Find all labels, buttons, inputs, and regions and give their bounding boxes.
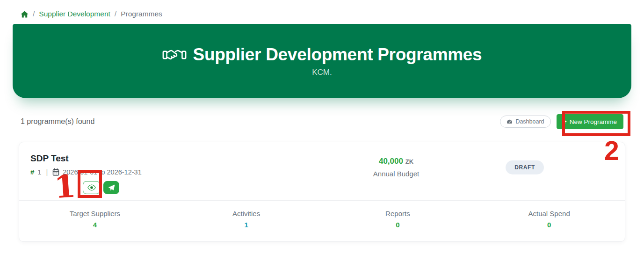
programme-info: SDP Test # 1 | 2026-01-01 to — [30, 153, 324, 194]
home-icon — [21, 11, 29, 18]
programme-id: 1 — [37, 168, 41, 176]
paper-plane-icon — [108, 184, 115, 191]
dashboard-icon — [507, 119, 513, 124]
new-programme-button[interactable]: + New Programme — [557, 114, 623, 129]
stat-value: 1 — [171, 221, 322, 229]
breadcrumb-programmes: Programmes — [121, 10, 162, 18]
calendar-icon — [52, 168, 59, 176]
stat-label: Reports — [322, 210, 474, 217]
stat-label: Target Suppliers — [19, 210, 171, 217]
stat-target-suppliers: Target Suppliers 4 — [19, 210, 171, 229]
hash-icon: # — [30, 168, 34, 176]
page-title: Supplier Development Programmes — [193, 45, 482, 65]
stat-value: 4 — [19, 221, 171, 229]
breadcrumb-supplier-development[interactable]: Supplier Development — [39, 10, 110, 18]
dashboard-button-label: Dashboard — [515, 118, 544, 125]
home-link[interactable] — [21, 11, 29, 18]
results-count: 1 programme(s) found — [21, 117, 500, 126]
stat-activities: Activities 1 — [171, 210, 322, 229]
programme-name: SDP Test — [30, 153, 324, 164]
budget-line: 40,000 ZK — [340, 157, 452, 166]
programme-card: SDP Test # 1 | 2026-01-01 to — [19, 142, 625, 242]
status-badge: DRAFT — [506, 160, 544, 174]
eye-icon — [87, 184, 96, 191]
new-programme-button-label: New Programme — [570, 118, 617, 125]
page: / Supplier Development / Programmes Supp… — [0, 0, 644, 242]
breadcrumb-separator: / — [115, 10, 116, 18]
stat-label: Activities — [171, 210, 322, 217]
page-subtitle: KCM. — [312, 68, 332, 77]
status-block: DRAFT — [436, 153, 614, 194]
budget-block: 40,000 ZK Annual Budget — [340, 153, 452, 194]
budget-currency: ZK — [405, 158, 413, 165]
plus-icon: + — [563, 118, 567, 125]
breadcrumb-separator: / — [33, 10, 35, 18]
send-programme-button[interactable] — [103, 181, 119, 194]
handshake-icon — [162, 47, 187, 63]
breadcrumb: / Supplier Development / Programmes — [13, 0, 631, 24]
toolbar: 1 programme(s) found Dashboard + New Pro… — [13, 114, 631, 129]
programme-card-header: SDP Test # 1 | 2026-01-01 to — [19, 142, 625, 194]
view-programme-button[interactable] — [83, 181, 100, 194]
stat-value: 0 — [322, 221, 474, 229]
programme-actions — [83, 181, 324, 194]
programme-meta: # 1 | 2026-01-01 to 2026-12-31 — [30, 168, 324, 176]
budget-label: Annual Budget — [340, 170, 452, 178]
dashboard-button[interactable]: Dashboard — [500, 116, 550, 128]
stat-label: Actual Spend — [473, 210, 625, 217]
budget-amount: 40,000 — [379, 157, 403, 166]
stat-value: 0 — [473, 221, 625, 229]
page-banner: Supplier Development Programmes KCM. — [13, 24, 631, 98]
stat-actual-spend: Actual Spend 0 — [473, 210, 625, 229]
programme-date-range: 2026-01-01 to 2026-12-31 — [63, 168, 142, 176]
stat-reports: Reports 0 — [322, 210, 474, 229]
programme-stats: Target Suppliers 4 Activities 1 Reports … — [19, 200, 625, 241]
meta-separator: | — [44, 168, 49, 176]
banner-title-row: Supplier Development Programmes — [162, 45, 482, 65]
